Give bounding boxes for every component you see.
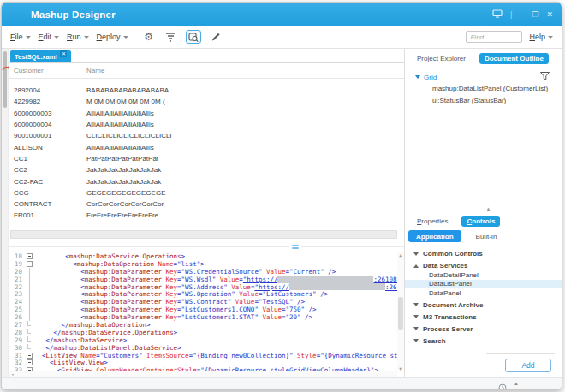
scroll-up-icon[interactable]: ▲ — [397, 252, 404, 258]
fold-marker[interactable] — [24, 352, 34, 359]
fold-marker[interactable] — [24, 276, 34, 283]
table-row[interactable]: 6000000003AlliAlliAlliAlliAlliAlliAllis — [14, 108, 404, 119]
line-number: 28 — [9, 329, 24, 336]
scrollbar-thumb[interactable] — [398, 297, 403, 330]
line-number: 21 — [9, 276, 24, 283]
tray-caret-icon[interactable]: ▲ — [514, 381, 519, 386]
tab-controls[interactable]: Controls — [461, 216, 500, 227]
table-row[interactable]: CC2-FACJakJakJakJakJakJakJak — [14, 175, 404, 187]
editor-horizontal-scrollbar[interactable]: ◂ — [9, 371, 397, 377]
edit-icon[interactable] — [208, 30, 223, 44]
panel-divider[interactable]: ▲ — [405, 211, 562, 211]
menu-item-help[interactable]: Help — [529, 33, 553, 41]
table-row[interactable]: 4229982M 0M 0M 0M 0M 0M 0M ( — [14, 96, 404, 107]
table-row[interactable]: CC2JakJakJakJakJakJakJak — [14, 164, 404, 175]
fold-marker[interactable] — [24, 298, 34, 306]
tree-section-document-archive[interactable]: Document Archive — [405, 300, 562, 310]
line-number: 20 — [9, 268, 24, 276]
table-row[interactable]: FR001FreFreFreFreFreFreFre — [14, 210, 404, 221]
content-area: TestSQL.xaml ✕ CustomerName 2892004BABAB… — [2, 49, 562, 377]
table-row[interactable]: 2892004BABABABABABABABABA — [14, 85, 404, 96]
cell-name: BABABABABABABABABA — [86, 86, 215, 94]
filter-icon[interactable] — [164, 30, 179, 44]
preview-icon[interactable] — [186, 30, 201, 44]
chevron-down-icon — [413, 315, 419, 318]
fold-marker[interactable] — [24, 313, 34, 321]
chevron-down-icon — [413, 339, 419, 342]
design-surface[interactable]: CustomerName 2892004BABABABABABABABABA42… — [9, 62, 404, 242]
display-icon[interactable] — [492, 9, 503, 20]
editor-vertical-scrollbar[interactable]: ▲ ▼ — [397, 252, 404, 371]
restore-button[interactable]: ❐ — [532, 10, 538, 19]
cell-name: GEGEGEGEGEGEGEGE — [86, 189, 215, 197]
settings-icon[interactable]: ⚙ — [141, 30, 157, 44]
tab-properties[interactable]: Properties — [412, 216, 453, 227]
code-line-32: 32 <ListView.View> — [9, 359, 404, 366]
tab-testsql-xaml[interactable]: TestSQL.xaml ✕ — [10, 50, 71, 62]
bottom-status-bar: ▲ — [2, 377, 562, 389]
add-button[interactable]: Add — [505, 359, 551, 372]
fold-marker[interactable] — [24, 306, 34, 313]
tab-close-icon[interactable]: ✕ — [60, 50, 67, 57]
menu-item-run[interactable]: Run — [67, 33, 89, 41]
grid-column-header-name[interactable]: Name — [86, 66, 146, 76]
left-scrollbar[interactable] — [3, 51, 7, 108]
controls-tree: Common ControlsData ServicesDataDetailPa… — [405, 243, 562, 352]
tab-document-outline[interactable]: Document Outline — [479, 53, 549, 64]
menu-bar: FileEditRunDeploy ⚙ Help — [2, 26, 562, 49]
tree-section-common-controls[interactable]: Common Controls — [405, 249, 562, 258]
code-text: <mashup:DataParameter Key="WS.Credential… — [34, 268, 404, 276]
cell-name: JakJakJakJakJakJakJak — [86, 178, 215, 186]
fold-marker[interactable] — [24, 268, 34, 276]
table-row[interactable]: CCGGEGEGEGEGEGEGEGE — [14, 187, 404, 199]
table-row[interactable]: CONTRACTCorCorCorCorCorCorCor — [14, 199, 404, 210]
table-row[interactable]: 9001000001CLICLICLICLICLICLICLICLI — [14, 130, 404, 141]
tree-section-m3-transactions[interactable]: M3 Transactions — [405, 312, 562, 322]
tree-item-datalistpanel[interactable]: DataListPanel — [405, 280, 562, 289]
subtab-application[interactable]: Application — [408, 230, 461, 242]
filter-funnel-icon[interactable] — [540, 72, 550, 82]
outline-item[interactable]: mashup:DataListPanel (CustomerList) — [405, 82, 562, 94]
table-row[interactable]: ALLISONAlliAlliAlliAlliAlliAlliAllis — [14, 141, 404, 152]
fold-marker[interactable] — [24, 290, 34, 298]
chevron-up-icon — [413, 264, 419, 268]
fold-marker[interactable] — [24, 359, 34, 366]
table-row[interactable]: CC1PatPatPatPatPatPatPat — [14, 153, 404, 164]
xaml-code-editor[interactable]: 18 <mashup:DataService.Operations>19 <ma… — [9, 251, 404, 377]
scroll-down-icon[interactable]: ▼ — [397, 366, 404, 371]
tab-project-explorer[interactable]: Project Explorer — [412, 53, 471, 64]
cell-customer: CONTRACT — [14, 200, 86, 208]
tree-section-process-server[interactable]: Process Server — [405, 324, 562, 334]
minimize-button[interactable]: – — [520, 10, 524, 19]
fold-marker[interactable] — [24, 283, 34, 291]
collapse-caret-icon[interactable]: ▲ — [484, 206, 494, 211]
menu-item-file[interactable]: File — [10, 33, 31, 41]
fold-marker[interactable] — [24, 336, 34, 344]
tree-section-search[interactable]: Search — [405, 336, 562, 346]
outline-root-grid[interactable]: Grid — [405, 72, 562, 82]
line-number: 31 — [9, 352, 24, 359]
title-bar[interactable]: Mashup Designer | – ❐ ✕ — [2, 3, 562, 26]
close-button[interactable]: ✕ — [546, 10, 553, 19]
code-line-19: 19 <mashup:DataOperation Name="list"> — [9, 260, 404, 268]
tree-section-data-services[interactable]: Data Services — [405, 261, 562, 270]
fold-marker[interactable] — [24, 252, 34, 260]
horizontal-splitter[interactable] — [9, 242, 404, 251]
outline-item[interactable]: ui:StatusBar (StatusBar) — [405, 94, 562, 106]
grid-column-header-customer[interactable]: Customer — [14, 67, 86, 74]
tree-item-datapanel[interactable]: DataPanel — [405, 288, 562, 298]
splitter-handle[interactable] — [289, 244, 301, 250]
menu-item-deploy[interactable]: Deploy — [97, 33, 128, 41]
subtab-built-in[interactable]: Built-In — [468, 230, 505, 242]
find-input[interactable] — [466, 31, 522, 43]
table-row[interactable]: 6000000004AlliAlliAlliAlliAlliAlliAllis — [14, 119, 404, 130]
clock-icon[interactable] — [498, 380, 507, 390]
controls-subtab-strip: ApplicationBuilt-In — [405, 228, 562, 243]
menu-item-edit[interactable]: Edit — [39, 33, 60, 41]
fold-marker[interactable] — [24, 344, 34, 352]
fold-marker[interactable] — [24, 321, 34, 329]
tree-item-datadetailpanel[interactable]: DataDetailPanel — [405, 270, 562, 280]
fold-marker[interactable] — [24, 329, 34, 336]
line-number: 32 — [9, 359, 24, 366]
fold-marker[interactable] — [24, 260, 34, 268]
